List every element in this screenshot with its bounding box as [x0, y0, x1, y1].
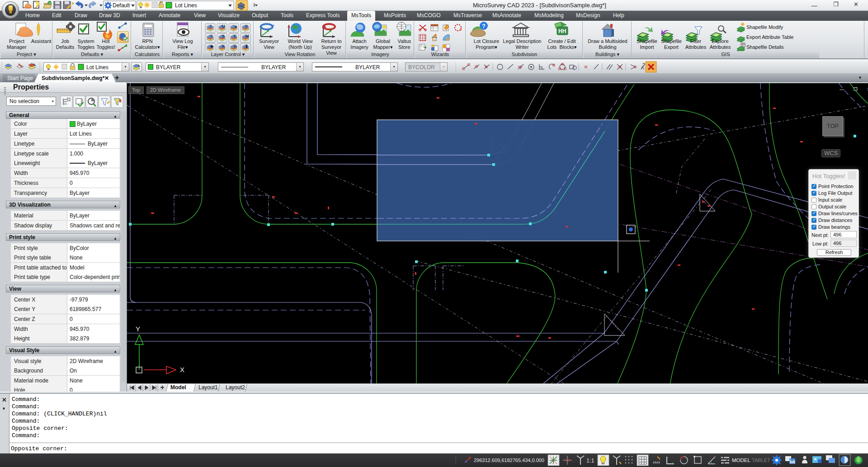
svg-text:1:1: 1:1: [586, 458, 594, 464]
svg-text:◆: ◆: [210, 44, 214, 48]
svg-text:#: #: [245, 24, 248, 28]
svg-text:M: M: [245, 34, 249, 38]
svg-text:MODEL: MODEL: [732, 458, 751, 463]
svg-text:HH: HH: [558, 28, 566, 34]
svg-text:296312.609,6182765.434,0.000: 296312.609,6182765.434,0.000: [474, 458, 544, 463]
svg-text:U: U: [222, 24, 225, 28]
svg-text:Default: Default: [113, 2, 130, 9]
svg-text:G: G: [234, 44, 237, 48]
svg-text:Y: Y: [136, 325, 140, 333]
svg-text:▮: ▮: [245, 44, 248, 48]
svg-text:S: S: [222, 34, 225, 38]
svg-text:X: X: [222, 44, 225, 48]
svg-text:TABLET: TABLET: [752, 458, 770, 463]
svg-text:?: ?: [210, 34, 213, 38]
svg-text:I: I: [210, 24, 212, 28]
svg-text:▲: ▲: [234, 24, 238, 28]
svg-text:C: C: [234, 34, 237, 38]
svg-text:X: X: [180, 366, 184, 373]
svg-text:?: ?: [482, 23, 486, 29]
svg-text:Lot Lines: Lot Lines: [175, 2, 197, 9]
